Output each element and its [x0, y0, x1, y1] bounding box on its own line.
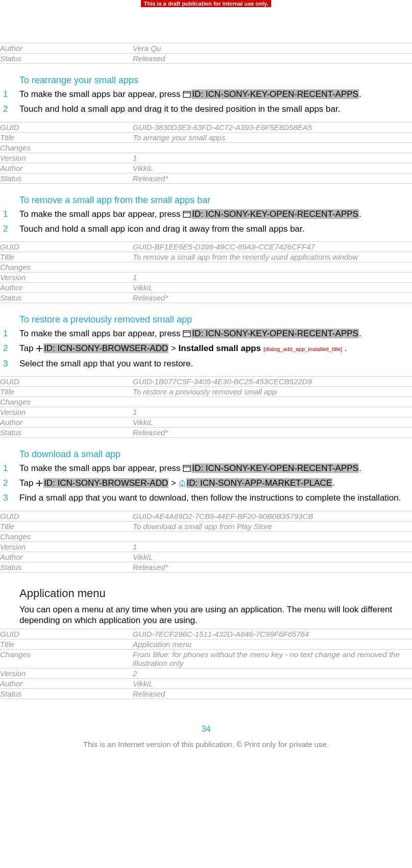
meta-label: Changes: [0, 650, 133, 668]
meta-value: 1: [133, 272, 412, 283]
section-heading: To download a small app: [19, 449, 412, 460]
meta-value: 1: [133, 407, 412, 417]
meta-value: GUID-AE4A69D2-7CB5-44EF-BF20-90B0B35793C…: [133, 511, 412, 521]
section-heading-major: Application menu: [19, 587, 412, 600]
section-heading: To restore a previously removed small ap…: [19, 314, 412, 325]
meta-label: Title: [0, 252, 133, 262]
meta-label: Author: [0, 163, 133, 173]
meta-label: Title: [0, 639, 133, 650]
meta-value: [133, 142, 412, 153]
step-item: Find a small app that you want to downlo…: [0, 492, 412, 506]
meta-label: Author: [0, 43, 133, 54]
meta-value: Released*: [133, 293, 412, 303]
step-item: To make the small apps bar appear, press…: [0, 463, 412, 478]
id-token: ID: ICN-SONY-KEY-OPEN-RECENT-APPS: [191, 209, 359, 219]
meta-label: Status: [0, 562, 133, 572]
meta-value: To download a small app from Play Store: [133, 521, 412, 531]
meta-label: Title: [0, 521, 133, 531]
step-text: Touch and hold a small app and drag it t…: [19, 104, 340, 114]
step-text: To make the small apps bar appear, press: [19, 209, 183, 219]
step-text: .: [359, 463, 361, 473]
meta-value: 1: [133, 541, 412, 552]
plus-icon: [36, 479, 43, 489]
step-text: .: [342, 343, 347, 353]
meta-label: Status: [0, 173, 133, 183]
meta-table: GUIDGUID-1B077C5F-3405-4E30-BC25-453CECB…: [0, 376, 412, 438]
step-text: .: [359, 209, 361, 219]
step-text: >: [168, 343, 178, 353]
step-text: .: [359, 329, 361, 338]
section-heading: To rearrange your small apps: [19, 75, 412, 86]
meta-label: Author: [0, 283, 133, 293]
meta-value: GUID-BF1EE6E5-D398-49CC-89A9-CCE7426CFF4…: [133, 242, 412, 252]
meta-value: To restore a previously removed small ap…: [133, 386, 412, 396]
meta-label: Changes: [0, 142, 133, 153]
meta-value: Released: [133, 689, 412, 699]
recent-apps-icon: [183, 464, 191, 475]
svg-rect-0: [183, 91, 190, 97]
meta-label: Author: [0, 679, 133, 689]
meta-label: Version: [0, 272, 133, 283]
draft-banner: This is a draft publication for internal…: [141, 0, 272, 7]
step-text: >: [168, 478, 178, 488]
svg-rect-8: [183, 465, 190, 472]
meta-label: Version: [0, 668, 133, 679]
id-token: ID: ICN-SONY-BROWSER-ADD: [43, 343, 168, 353]
meta-label: Changes: [0, 396, 133, 407]
meta-label: Author: [0, 417, 133, 427]
meta-label: Changes: [0, 262, 133, 272]
meta-label: GUID: [0, 122, 133, 132]
marketplace-icon: [179, 479, 186, 489]
body-paragraph: You can open a menu at any time when you…: [19, 604, 412, 626]
meta-value: VikkiL: [133, 283, 412, 293]
meta-label: Version: [0, 541, 133, 552]
step-text: To make the small apps bar appear, press: [19, 329, 183, 338]
step-item: To make the small apps bar appear, press…: [0, 89, 412, 104]
meta-label: Title: [0, 132, 133, 142]
step-text: .: [359, 89, 361, 99]
meta-label: Version: [0, 153, 133, 163]
steps-list: To make the small apps bar appear, press…: [0, 89, 412, 122]
meta-value: VikkiL: [133, 552, 412, 562]
meta-label: Status: [0, 293, 133, 303]
meta-label: GUID: [0, 629, 133, 639]
step-item: To make the small apps bar appear, press…: [0, 328, 412, 343]
meta-value: From Blue: for phones without the menu k…: [133, 650, 412, 668]
meta-value: GUID-1B077C5F-3405-4E30-BC25-453CECB522D…: [133, 376, 412, 386]
page-content: AuthorVera Qu StatusReleased To rearrang…: [0, 43, 412, 749]
meta-value: 2: [133, 668, 412, 679]
recent-apps-icon: [183, 329, 191, 340]
recent-apps-icon: [183, 210, 191, 220]
page-number: 34: [0, 725, 412, 734]
meta-value: Released*: [133, 562, 412, 572]
meta-label: Version: [0, 407, 133, 417]
meta-value: VikkiL: [133, 163, 412, 173]
meta-value: To remove a small app from the recently …: [133, 252, 412, 262]
meta-value: [133, 531, 412, 541]
meta-table-top: AuthorVera Qu StatusReleased: [0, 43, 412, 64]
meta-label: Status: [0, 689, 133, 699]
meta-table: GUIDGUID-BF1EE6E5-D398-49CC-89A9-CCE7426…: [0, 241, 412, 303]
meta-value: VikkiL: [133, 417, 412, 427]
step-item: Tap ID: ICN-SONY-BROWSER-ADD > Installed…: [0, 343, 412, 358]
step-text: Find a small app that you want to downlo…: [19, 493, 401, 503]
id-token: ID: ICN-SONY-BROWSER-ADD: [43, 478, 168, 488]
meta-label: Status: [0, 427, 133, 437]
meta-value: To arrange your small apps: [133, 132, 412, 142]
id-token: ID: ICN-SONY-KEY-OPEN-RECENT-APPS: [191, 463, 359, 473]
step-text: Touch and hold a small app icon and drag…: [19, 224, 305, 234]
meta-value: VikkiL: [133, 679, 412, 689]
step-item: To make the small apps bar appear, press…: [0, 209, 412, 224]
bold-text: Installed small apps: [179, 343, 261, 353]
step-text: Select the small app that you want to re…: [19, 359, 193, 368]
id-token: ID: ICN-SONY-APP-MARKET-PLACE: [186, 478, 333, 488]
step-item: Tap ID: ICN-SONY-BROWSER-ADD > ID: ICN-S…: [0, 478, 412, 492]
section-heading: To remove a small app from the small app…: [19, 195, 412, 206]
meta-label: Changes: [0, 531, 133, 541]
meta-table: GUIDGUID-7ECF296C-1511-432D-A846-7C99F6F…: [0, 629, 412, 699]
step-item: Touch and hold a small app and drag it t…: [0, 104, 412, 117]
step-text: To make the small apps bar appear, press: [19, 463, 183, 473]
meta-label: GUID: [0, 376, 133, 386]
steps-list: To make the small apps bar appear, press…: [0, 209, 412, 242]
steps-list: To make the small apps bar appear, press…: [0, 463, 412, 511]
